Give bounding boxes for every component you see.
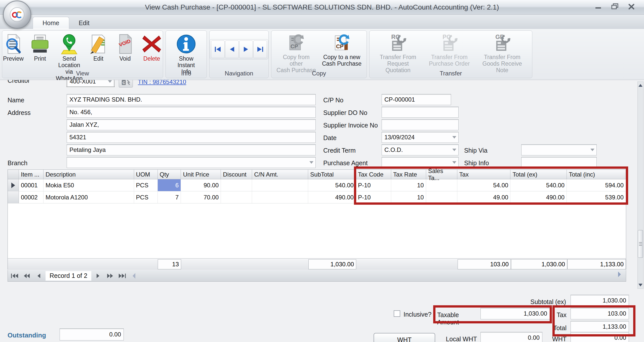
branch-dropdown-icon[interactable] bbox=[309, 161, 313, 164]
transfer-from-po-button[interactable]: PO Transfer From Purchase Order bbox=[425, 32, 474, 68]
cell-discount[interactable] bbox=[221, 179, 252, 191]
cell-tax-rate[interactable]: 10 bbox=[391, 191, 426, 203]
col-header-tax[interactable]: Tax bbox=[457, 170, 511, 179]
cell-description[interactable]: Mokia E50 bbox=[44, 179, 134, 191]
inclusive-checkbox[interactable] bbox=[394, 310, 400, 317]
tab-edit[interactable]: Edit bbox=[69, 17, 99, 29]
nav-prev-button[interactable] bbox=[225, 40, 239, 58]
cell-item[interactable]: 00002 bbox=[19, 191, 44, 203]
cell-unit-price[interactable]: 90.00 bbox=[181, 179, 221, 191]
col-header-sales-tax[interactable]: Sales Ta... bbox=[426, 170, 457, 179]
cell-tax[interactable]: 49.00 bbox=[457, 191, 511, 203]
purchase-agent-dropdown-icon[interactable] bbox=[452, 161, 456, 164]
col-header-subtotal[interactable]: SubTotal bbox=[308, 170, 356, 179]
record-next-page-button[interactable] bbox=[104, 271, 115, 281]
nav-next-button[interactable] bbox=[239, 40, 253, 58]
void-button[interactable]: VOID Void bbox=[112, 32, 138, 63]
cell-tax-code[interactable]: P-10 bbox=[356, 191, 391, 203]
cell-tax-code[interactable]: P-10 bbox=[356, 179, 391, 191]
wht-button[interactable]: WHT bbox=[374, 333, 435, 342]
address-line4-field[interactable]: Petaling Jaya bbox=[67, 144, 316, 155]
address-line2-field[interactable]: Jalan XYZ, bbox=[67, 119, 316, 130]
date-combo[interactable]: 13/09/2024 bbox=[382, 132, 459, 143]
record-prev-page-button[interactable] bbox=[21, 271, 32, 281]
cell-subtotal[interactable]: 490.00 bbox=[308, 191, 356, 203]
cell-cn-amt[interactable] bbox=[252, 179, 308, 191]
nav-first-button[interactable] bbox=[211, 40, 225, 58]
col-header-unit-price[interactable]: Unit Price bbox=[181, 170, 221, 179]
cp-no-field[interactable]: CP-000001 bbox=[382, 94, 451, 105]
cell-sales-tax[interactable] bbox=[426, 179, 457, 191]
cell-tax[interactable]: 54.00 bbox=[457, 179, 511, 191]
supplier-invoice-field[interactable] bbox=[382, 119, 459, 130]
copy-to-new-button[interactable]: CP Copy to a new Cash Purchase bbox=[319, 32, 364, 68]
col-header-qty[interactable]: Qty bbox=[158, 170, 181, 179]
scrollbar-thumb[interactable] bbox=[638, 230, 643, 258]
branch-combo[interactable] bbox=[67, 157, 316, 168]
address-line1-field[interactable]: No. 456, bbox=[67, 107, 316, 118]
ship-via-combo[interactable] bbox=[521, 144, 597, 155]
cell-uom[interactable]: PCS bbox=[134, 179, 158, 191]
preview-button[interactable]: Preview bbox=[1, 32, 26, 63]
transfer-from-gr-button[interactable]: GR Transfer From Goods Receive Note bbox=[475, 32, 530, 75]
cell-sales-tax[interactable] bbox=[426, 191, 457, 203]
scroll-down-icon[interactable] bbox=[638, 281, 643, 288]
cell-total-ex[interactable]: 540.00 bbox=[510, 179, 567, 191]
cell-total-ex[interactable]: 490.00 bbox=[510, 191, 567, 203]
creditor-combo[interactable]: 400-X001 bbox=[67, 80, 114, 87]
record-next-button[interactable] bbox=[92, 271, 103, 281]
cell-qty[interactable]: 7 bbox=[158, 191, 181, 203]
nav-last-button[interactable] bbox=[253, 40, 267, 58]
col-header-uom[interactable]: UOM bbox=[134, 170, 158, 179]
restore-button[interactable] bbox=[610, 2, 620, 11]
cell-unit-price[interactable]: 70.00 bbox=[181, 191, 221, 203]
cell-tax-rate[interactable]: 10 bbox=[391, 179, 426, 191]
supplier-do-field[interactable] bbox=[382, 107, 459, 118]
cell-description[interactable]: Motorola A1200 bbox=[44, 191, 134, 203]
grid-scroll-left-icon[interactable] bbox=[129, 271, 140, 281]
tab-home[interactable]: Home bbox=[33, 17, 69, 29]
record-prev-button[interactable] bbox=[33, 271, 45, 281]
creditor-lookup-button[interactable]: C bbox=[119, 80, 133, 88]
cell-subtotal[interactable]: 540.00 bbox=[308, 179, 356, 191]
col-header-description[interactable]: Description bbox=[44, 170, 134, 179]
col-header-tax-code[interactable]: Tax Code bbox=[356, 170, 391, 179]
purchase-agent-combo[interactable] bbox=[382, 157, 459, 168]
tin-link[interactable]: TIN : 9876543210 bbox=[138, 80, 186, 86]
ship-via-dropdown-icon[interactable] bbox=[590, 149, 594, 151]
copy-from-other-button[interactable]: CP Copy from other Cash Purchase bbox=[274, 32, 318, 75]
creditor-dropdown-icon[interactable] bbox=[108, 80, 112, 83]
grid-scroll-right-icon[interactable] bbox=[617, 271, 622, 279]
address-line3-field[interactable]: 54321 bbox=[67, 132, 316, 143]
col-header-item[interactable]: Item ... bbox=[19, 170, 44, 179]
cell-uom[interactable]: PCS bbox=[134, 191, 158, 203]
cell-cn-amt[interactable] bbox=[252, 191, 308, 203]
cell-qty-selected[interactable]: 6 bbox=[158, 179, 181, 191]
col-header-total-ex[interactable]: Total (ex) bbox=[510, 170, 567, 179]
cell-item[interactable]: 00001 bbox=[19, 179, 44, 191]
credit-term-combo[interactable]: C.O.D. bbox=[382, 144, 459, 155]
minimize-button[interactable] bbox=[593, 2, 603, 11]
cell-total-inc[interactable]: 594.00 bbox=[567, 179, 626, 191]
app-logo-icon[interactable] bbox=[3, 1, 31, 29]
col-header-cn-amt[interactable]: C/N Amt. bbox=[252, 170, 308, 179]
col-header-total-inc[interactable]: Total (inc) bbox=[567, 170, 626, 179]
close-button[interactable] bbox=[626, 2, 636, 11]
col-header-tax-rate[interactable]: Tax Rate bbox=[391, 170, 426, 179]
delete-button[interactable]: Delete bbox=[139, 32, 165, 63]
col-header-discount[interactable]: Discount bbox=[221, 170, 252, 179]
form-vertical-scrollbar[interactable] bbox=[637, 81, 643, 289]
record-last-button[interactable] bbox=[116, 271, 128, 281]
cell-discount[interactable] bbox=[221, 191, 252, 203]
name-field[interactable]: XYZ TRADING SDN. BHD. bbox=[67, 94, 316, 105]
cell-total-inc[interactable]: 539.00 bbox=[567, 191, 626, 203]
date-dropdown-icon[interactable] bbox=[452, 136, 456, 139]
transfer-from-rq-button[interactable]: RQ Transfer From Request Quotation bbox=[372, 32, 424, 75]
edit-button[interactable]: Edit bbox=[86, 32, 111, 63]
scroll-up-icon[interactable] bbox=[638, 82, 643, 89]
credit-term-dropdown-icon[interactable] bbox=[452, 149, 456, 151]
record-first-button[interactable] bbox=[9, 271, 20, 281]
print-button[interactable]: Print bbox=[27, 32, 53, 63]
show-instant-info-button[interactable]: Show Instant Info bbox=[168, 32, 204, 76]
ship-info-field[interactable] bbox=[521, 157, 597, 168]
